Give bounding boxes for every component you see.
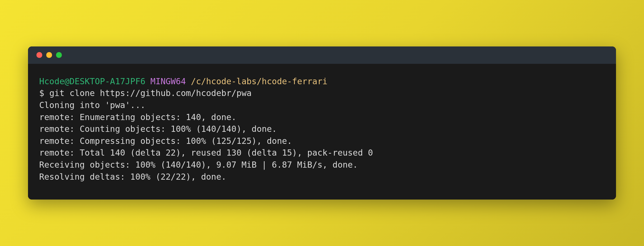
command-line: $ git clone https://github.com/hcodebr/p…	[39, 87, 605, 99]
output-line: remote: Compressing objects: 100% (125/1…	[39, 135, 605, 147]
maximize-icon[interactable]	[56, 52, 62, 58]
prompt-user-host: Hcode@DESKTOP-A17JPF6	[39, 76, 145, 86]
prompt-path: /c/hcode-labs/hcode-ferrari	[191, 76, 328, 86]
output-line: Receiving objects: 100% (140/140), 9.07 …	[39, 159, 605, 171]
terminal-body[interactable]: Hcode@DESKTOP-A17JPF6 MINGW64 /c/hcode-l…	[28, 64, 616, 200]
command-text: git clone https://github.com/hcodebr/pwa	[49, 88, 251, 98]
output-line: Resolving deltas: 100% (22/22), done.	[39, 171, 605, 183]
close-icon[interactable]	[36, 52, 42, 58]
output-line: remote: Total 140 (delta 22), reused 130…	[39, 147, 605, 159]
prompt-line: Hcode@DESKTOP-A17JPF6 MINGW64 /c/hcode-l…	[39, 76, 605, 88]
output-line: remote: Enumerating objects: 140, done.	[39, 111, 605, 123]
terminal-window: Hcode@DESKTOP-A17JPF6 MINGW64 /c/hcode-l…	[28, 46, 616, 200]
prompt-env: MINGW64	[150, 76, 186, 86]
output-line: Cloning into 'pwa'...	[39, 99, 605, 111]
window-titlebar	[28, 46, 616, 64]
minimize-icon[interactable]	[46, 52, 52, 58]
prompt-symbol: $	[39, 88, 44, 98]
output-line: remote: Counting objects: 100% (140/140)…	[39, 123, 605, 135]
